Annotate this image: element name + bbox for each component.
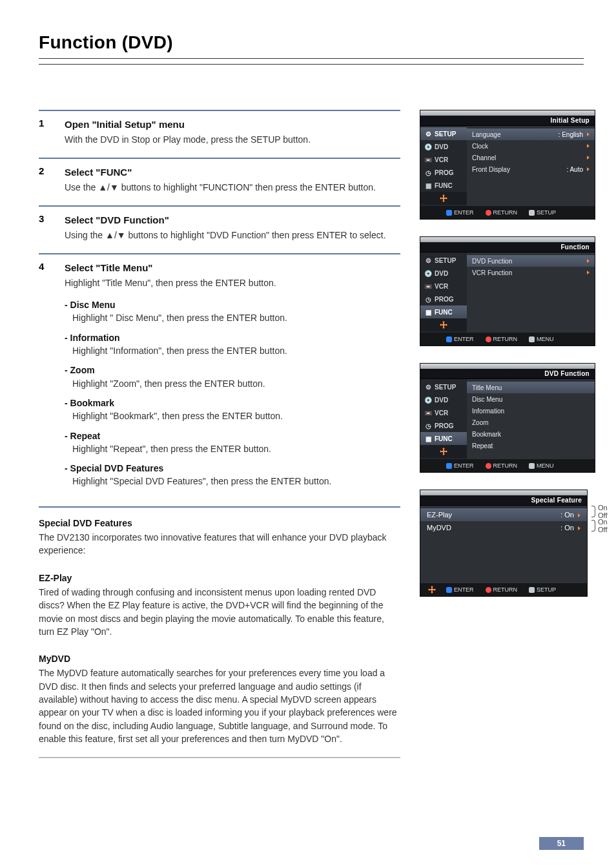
pane-row-dvd-function[interactable]: DVD Function xyxy=(467,255,595,267)
osd-topbar xyxy=(420,364,595,369)
tab-dvd[interactable]: 💿DVD xyxy=(420,393,467,406)
tab-prog[interactable]: ◷PROG xyxy=(420,166,467,179)
gear-icon: ⚙ xyxy=(424,256,432,264)
clock-icon: ◷ xyxy=(424,422,432,429)
return-key-icon xyxy=(486,336,491,342)
pane-row-clock[interactable]: Clock xyxy=(472,140,590,152)
tab-label: VCR xyxy=(435,283,448,290)
page: Function (DVD) 1 Open "Initial Setup" me… xyxy=(0,0,616,868)
osd-body: ⚙SETUP 💿DVD 📼VCR ◷PROG ▦FUNC DVD Functio… xyxy=(420,253,595,333)
pane-row-information[interactable]: Information xyxy=(472,405,590,417)
clock-icon: ◷ xyxy=(424,169,432,176)
dvd-icon: 💿 xyxy=(424,396,432,404)
sub-heading: - Repeat xyxy=(65,429,400,442)
tab-func[interactable]: ▦FUNC xyxy=(420,305,467,318)
osd-tabs: ⚙SETUP 💿DVD 📼VCR ◷PROG ▦FUNC xyxy=(420,379,467,459)
dvd-icon: 💿 xyxy=(424,269,432,277)
pane-row-zoom[interactable]: Zoom xyxy=(472,417,590,428)
osd-special-wrap: Special Feature EZ-Play: On MyDVD: On EN… xyxy=(420,490,608,597)
step-text: With the DVD in Stop or Play mode, press… xyxy=(65,133,400,146)
tab-label: FUNC xyxy=(435,435,453,442)
tab-setup[interactable]: ⚙SETUP xyxy=(420,380,467,393)
osd-pane: DVD Function VCR Function xyxy=(467,253,595,333)
option-off: Off xyxy=(598,526,608,533)
enter-key-icon xyxy=(446,587,452,593)
subitem-repeat: - Repeat Highlight "Repeat", then press … xyxy=(65,429,400,456)
sub-heading: - Bookmark xyxy=(65,397,400,409)
osd-tabs: ⚙SETUP 💿DVD 📼VCR ◷PROG ▦FUNC xyxy=(420,253,467,333)
step-number: 1 xyxy=(39,118,52,146)
tab-setup[interactable]: ⚙SETUP xyxy=(420,127,467,140)
row-value: : On xyxy=(560,524,580,532)
tab-func[interactable]: ▦FUNC xyxy=(420,179,467,192)
footer-return: RETURN xyxy=(486,586,518,593)
pane-row-repeat[interactable]: Repeat xyxy=(472,440,590,451)
osd-topbar xyxy=(420,490,587,495)
tab-vcr[interactable]: 📼VCR xyxy=(420,153,467,166)
steps-end-rule xyxy=(39,506,400,508)
tab-func[interactable]: ▦FUNC xyxy=(420,432,467,445)
func-icon: ▦ xyxy=(424,308,432,316)
step-number: 4 xyxy=(39,261,52,495)
step-heading: Select "FUNC" xyxy=(65,165,400,180)
osd-body: ⚙SETUP 💿DVD 📼VCR ◷PROG ▦FUNC Title Menu … xyxy=(420,379,595,459)
section-special: Special DVD Features The DV2130 incorpor… xyxy=(39,517,400,557)
pane-row-vcr-function[interactable]: VCR Function xyxy=(472,267,590,278)
pane-row-disc-menu[interactable]: Disc Menu xyxy=(472,393,590,405)
pane-row-ezplay[interactable]: EZ-Play: On xyxy=(420,508,587,521)
tab-setup[interactable]: ⚙SETUP xyxy=(420,254,467,267)
step-body: Open "Initial Setup" menu With the DVD i… xyxy=(65,118,400,146)
tab-dvd[interactable]: 💿DVD xyxy=(420,140,467,153)
enter-key-icon xyxy=(446,336,452,342)
return-key-icon xyxy=(486,463,491,469)
step-text: Use the ▲/▼ buttons to highlight "FUNCTI… xyxy=(65,181,400,194)
sub-heading: - Disc Menu xyxy=(65,298,400,311)
section-text: The MyDVD feature automatically searches… xyxy=(39,666,400,745)
tab-dvd[interactable]: 💿DVD xyxy=(420,267,467,280)
row-label: DVD Function xyxy=(472,258,512,265)
step-1: 1 Open "Initial Setup" menu With the DVD… xyxy=(39,110,400,158)
move-icon xyxy=(420,318,467,331)
sub-heading: - Information xyxy=(65,331,400,344)
menu-key-icon xyxy=(529,463,535,469)
pane-row-front-display[interactable]: Front Display: Auto xyxy=(472,163,590,175)
pane-row-bookmark[interactable]: Bookmark xyxy=(472,428,590,440)
arrow-icon xyxy=(587,156,590,160)
tab-prog[interactable]: ◷PROG xyxy=(420,419,467,432)
step-body: Select "Title Menu" Highlight "Title Men… xyxy=(65,261,400,495)
step-text: Highlight "Title Menu", then press the E… xyxy=(65,276,400,289)
section-mydvd: MyDVD The MyDVD feature automatically se… xyxy=(39,652,400,745)
arrow-icon xyxy=(587,271,590,274)
footer-enter: ENTER xyxy=(446,586,474,593)
subitem-zoom: - Zoom Highlight "Zoom", then press the … xyxy=(65,364,400,390)
tab-label: FUNC xyxy=(435,309,453,316)
sub-heading: - Special DVD Features xyxy=(65,462,400,475)
func-icon: ▦ xyxy=(424,435,432,442)
subitem-bookmark: - Bookmark Highlight "Bookmark", then pr… xyxy=(65,397,400,423)
row-label: Front Display xyxy=(472,166,510,173)
option-on: On xyxy=(598,504,608,512)
pane-row-mydvd[interactable]: MyDVD: On xyxy=(427,521,580,534)
osd-footer: ENTER RETURN MENU xyxy=(420,459,595,472)
return-key-icon xyxy=(486,587,491,593)
tab-vcr[interactable]: 📼VCR xyxy=(420,406,467,419)
pane-row-language[interactable]: Language: English xyxy=(467,129,595,140)
osd-tabs: ⚙SETUP 💿DVD 📼VCR ◷PROG ▦FUNC xyxy=(420,126,467,206)
tab-prog[interactable]: ◷PROG xyxy=(420,293,467,305)
row-label: Clock xyxy=(472,143,488,150)
menu-key-icon xyxy=(529,336,535,342)
move-icon xyxy=(420,445,467,458)
step-number: 3 xyxy=(39,213,52,242)
dvd-icon: 💿 xyxy=(424,143,432,150)
tab-vcr[interactable]: 📼VCR xyxy=(420,280,467,293)
section-ezplay: EZ-Play Tired of wading through confusin… xyxy=(39,572,400,638)
tab-label: DVD xyxy=(435,397,448,404)
subitem-special: - Special DVD Features Highlight "Specia… xyxy=(65,462,400,488)
row-value: : English xyxy=(559,131,590,138)
pane-row-channel[interactable]: Channel xyxy=(472,152,590,163)
arrow-icon xyxy=(578,526,580,530)
row-label: Bookmark xyxy=(472,431,501,438)
osd-dvd-function: DVD Function ⚙SETUP 💿DVD 📼VCR ◷PROG ▦FUN… xyxy=(420,363,595,473)
clock-icon: ◷ xyxy=(424,295,432,303)
pane-row-title-menu[interactable]: Title Menu xyxy=(467,382,595,393)
